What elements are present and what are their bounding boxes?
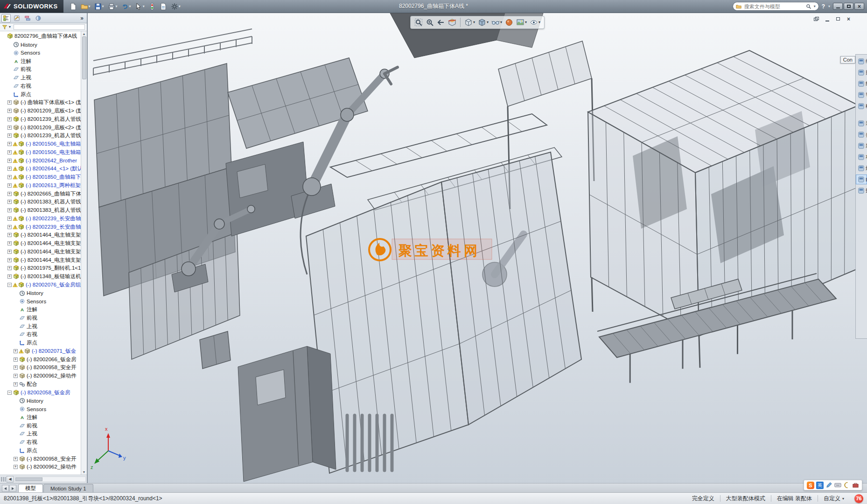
tree-item[interactable]: +(-) 82001383_机器人管线 (0, 206, 81, 215)
open-document-button[interactable]: ▾ (79, 2, 92, 11)
configurationmanager-tab[interactable] (23, 14, 32, 22)
dropdown-caret-icon[interactable]: ▾ (143, 5, 145, 8)
tree-item[interactable]: +(-) 82002642_Brother (0, 156, 81, 165)
tree-expander[interactable]: + (14, 465, 18, 469)
tree-expander[interactable]: + (7, 192, 12, 196)
tree-item[interactable]: History (0, 41, 81, 49)
tree-item[interactable]: +(-) 82002665_曲轴箱下体 (0, 189, 81, 198)
tree-item[interactable]: 原点 (0, 339, 81, 347)
scroll-thumb[interactable] (82, 36, 86, 79)
tree-item[interactable]: 上视 (0, 322, 81, 330)
tree-expander[interactable]: + (7, 266, 12, 270)
tree-item[interactable]: 上视 (0, 74, 81, 82)
file-properties-button[interactable] (158, 2, 168, 11)
tree-item[interactable]: Sensors (0, 49, 81, 57)
splitter-grip[interactable] (1, 477, 6, 482)
tree-expander[interactable]: + (7, 159, 12, 163)
tree-expander[interactable]: − (7, 283, 12, 287)
filter-funnel-icon[interactable] (2, 24, 7, 30)
tree-item[interactable]: History (0, 289, 81, 297)
filter-dropdown-caret[interactable]: ▾ (9, 25, 11, 29)
rebuild-button[interactable] (147, 2, 157, 11)
tree-item[interactable]: Sensors (0, 297, 81, 306)
ime-pencil-icon[interactable] (825, 482, 832, 489)
search-input[interactable] (743, 3, 804, 10)
tree-expander[interactable]: + (7, 250, 12, 254)
tree-item[interactable]: 原点 (0, 90, 81, 98)
tree-expander[interactable]: + (7, 274, 12, 279)
tree-expander[interactable]: + (7, 126, 12, 130)
doc-restore-button[interactable] (833, 15, 842, 22)
dropdown-caret-icon[interactable]: ▾ (538, 21, 540, 24)
taskpane-item[interactable]: 编 (856, 56, 867, 66)
tree-expander[interactable]: − (7, 391, 12, 395)
taskpane-item[interactable]: 智 (856, 90, 867, 100)
scroll-left-icon[interactable]: ◀ (7, 476, 14, 483)
view-settings-button[interactable]: ▾ (529, 17, 541, 28)
propertymanager-tab[interactable] (12, 14, 21, 22)
tree-item[interactable]: 原点 (0, 447, 81, 455)
tree-item[interactable]: +(-) 82001506_电主轴箱刀 (0, 148, 81, 157)
taskpane-item[interactable]: 参 (856, 130, 867, 140)
tree-item[interactable]: −(-) 82002076_钣金房组 (0, 281, 81, 289)
tree-item[interactable]: +(-) 82002239_长安曲轴 (0, 223, 81, 231)
tree-item[interactable]: 上视 (0, 430, 81, 438)
search-dropdown-caret[interactable]: ▾ (814, 5, 816, 8)
ime-language-toggle[interactable]: 英 (816, 482, 824, 489)
tree-expander[interactable]: + (14, 365, 18, 370)
tree-item[interactable]: +(-) 82002071_钣金 (0, 347, 81, 356)
tree-item[interactable]: +(-) 82002066_钣金房 (0, 355, 81, 364)
tree-expander[interactable]: + (7, 100, 12, 105)
ime-moon-icon[interactable] (843, 482, 850, 489)
tree-expander[interactable]: + (7, 167, 12, 171)
doc-close-button[interactable]: × (844, 15, 853, 22)
tree-item[interactable]: +(-) 82002644_<1> (默认< (0, 165, 81, 173)
save-button[interactable]: ▾ (93, 2, 105, 11)
tree-item[interactable]: 右视 (0, 330, 81, 339)
zoom-to-area-button[interactable] (425, 17, 435, 28)
display-style-button[interactable]: ▾ (477, 17, 489, 28)
close-button[interactable]: × (854, 3, 864, 10)
taskpane-item[interactable]: 新 (856, 141, 867, 151)
taskpane-item[interactable]: 插 (856, 68, 867, 77)
tree-item[interactable]: +(-) 82000962_操动件 (0, 372, 81, 380)
ime-toolbox-icon[interactable] (852, 482, 859, 489)
tree-item[interactable]: +(-) 82000962_操动件 (0, 463, 81, 471)
dropdown-caret-icon[interactable]: ▾ (525, 21, 527, 24)
tree-expander[interactable]: + (7, 150, 12, 154)
notification-badge[interactable]: 76 (854, 494, 863, 503)
tab-scroll-left-icon[interactable] (2, 485, 9, 492)
print-button[interactable]: ▾ (106, 2, 119, 11)
apply-scene-button[interactable]: ▾ (515, 17, 528, 28)
tree-expander[interactable]: + (7, 208, 12, 212)
taskpane-item[interactable]: 装 (856, 119, 867, 128)
tree-expander[interactable]: + (7, 233, 12, 237)
taskpane-item[interactable]: In (856, 175, 867, 184)
tree-item[interactable]: History (0, 397, 81, 405)
tree-item[interactable]: A注解 (0, 413, 81, 422)
tree-item[interactable]: +(-) 82001850_曲轴箱下 (0, 173, 81, 182)
tree-item[interactable]: +(-) 82000958_安全开 (0, 364, 81, 372)
tree-expander[interactable]: + (7, 217, 12, 221)
tree-expander[interactable]: + (7, 200, 12, 204)
section-view-button[interactable] (447, 17, 457, 28)
dropdown-caret-icon[interactable]: ▾ (500, 21, 502, 24)
help-dropdown-caret[interactable]: ▾ (828, 5, 830, 8)
tree-item[interactable]: −(-) 82002058_钣金房 (0, 388, 81, 397)
previous-view-button[interactable] (436, 17, 446, 28)
tree-expander[interactable]: + (7, 109, 12, 113)
zoom-to-fit-button[interactable] (413, 17, 424, 28)
tree-item[interactable]: +(-) 82001975_翻转机.1<1 (0, 264, 81, 273)
tree-item[interactable]: +(-) 82001464_电主轴支架 (0, 256, 81, 264)
taskpane-flyout[interactable]: Con (840, 56, 855, 63)
tree-item[interactable]: +(-) 82001239_机器人管线 (0, 132, 81, 140)
tree-expander[interactable]: + (14, 382, 18, 386)
help-button[interactable]: ? (822, 3, 825, 10)
dropdown-caret-icon[interactable]: ▾ (179, 5, 181, 8)
tree-item[interactable]: +(-) 82001464_电主轴支架 (0, 239, 81, 248)
tree-h-scrollbar[interactable]: ◀ (0, 475, 87, 483)
edit-appearance-button[interactable] (504, 17, 514, 28)
h-scroll-thumb[interactable] (15, 477, 42, 481)
tree-expander[interactable]: + (7, 258, 12, 262)
tree-item[interactable]: +(-) 82002239_长安曲轴 (0, 215, 81, 223)
